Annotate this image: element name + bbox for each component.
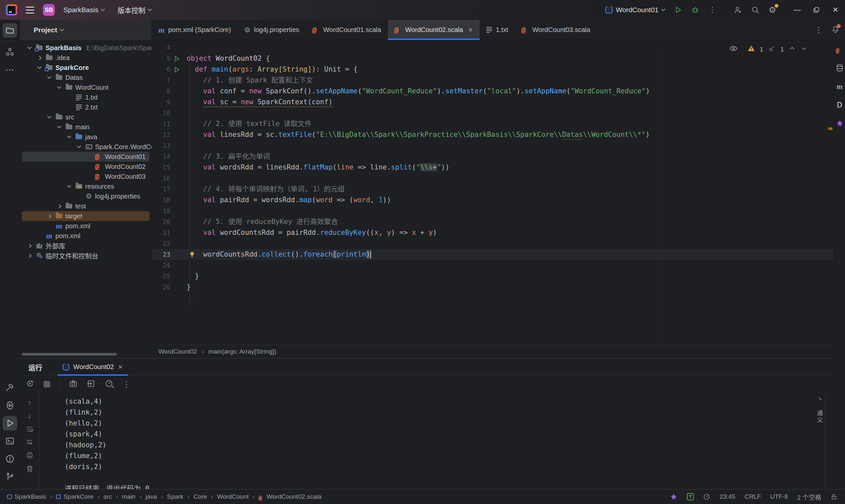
ai-plugin-icon[interactable] (670, 493, 677, 501)
down-stack-icon[interactable]: ↓ (28, 411, 31, 420)
more-tools-button[interactable]: ⋯ (3, 62, 17, 77)
code-line-13[interactable]: 13 (152, 140, 833, 151)
chevron-right-icon[interactable] (57, 204, 61, 209)
code-line-23[interactable]: 23 wordCountsRdd.collect().foreach(print… (152, 249, 833, 260)
breadcrumb-item[interactable]: WordCount02 (158, 348, 197, 355)
close-icon[interactable]: ✕ (118, 363, 123, 371)
run-tool-title[interactable]: 运行 (20, 362, 51, 372)
tree-item-wordcount03[interactable]: @WordCount03 (22, 172, 149, 181)
code-line-11[interactable]: 11 // 2. 使用 textFile 读取文件 (152, 119, 833, 129)
tree-item-spark.core.wordcount[interactable]: Spark.Core.WordCount (22, 142, 149, 152)
tab-wordcount03-scala[interactable]: @WordCount03.scala (515, 20, 597, 40)
tab-pom-xml-sparkcore-[interactable]: mpom.xml (SparkCore) (152, 20, 237, 40)
chevron-right-icon[interactable] (47, 214, 52, 218)
print-icon[interactable] (26, 451, 34, 460)
tree-item-2.txt[interactable]: 2.txt (22, 102, 149, 112)
statusbar-crumb-java[interactable]: java (145, 493, 157, 500)
maven-tool-button[interactable]: m (834, 77, 845, 96)
code-line-14[interactable]: 14 // 3. 扁平化为单词 (152, 151, 833, 162)
code-line-7[interactable]: 7 // 1. 创建 Spark 配置和上下文 (152, 75, 833, 86)
chevron-down-icon[interactable] (28, 45, 32, 49)
chevron-down-icon[interactable] (77, 144, 81, 148)
tree-item-sparkbasis[interactable]: SparkBasisE:\BigData\Spark\SparkPra (22, 43, 149, 53)
settings-button[interactable]: ⚙ (764, 0, 781, 20)
run-button[interactable] (669, 0, 687, 20)
code-line-21[interactable]: 21 val wordCountsRdd = pairRdd.reduceByK… (152, 227, 833, 238)
chevron-down-icon[interactable] (67, 183, 71, 188)
horizontal-scrollbar[interactable] (22, 353, 117, 356)
code-line-12[interactable]: 12 val linesRdd = sc.textFile("E:\\BigDa… (152, 129, 833, 140)
tree-item-sparkcore[interactable]: SparkCore (22, 63, 149, 73)
run-configuration-selector[interactable]: WordCount01 (601, 6, 669, 14)
code-line-6[interactable]: 6 def main(args: Array[String]): Unit = … (152, 64, 833, 75)
soft-wrap-icon[interactable] (26, 425, 34, 434)
minimize-button[interactable]: — (788, 0, 807, 20)
tree-item-1.txt[interactable]: 1.txt (22, 92, 149, 102)
tree-item-wordcount01[interactable]: @WordCount01 (22, 152, 149, 162)
structure-tool-button[interactable] (3, 44, 17, 59)
statusbar-crumb-src[interactable]: src (104, 493, 112, 500)
run-tool-button[interactable] (3, 416, 17, 430)
run-tab-wordcount02[interactable]: WordCount02 ✕ (57, 359, 128, 376)
terminal-tool-button[interactable] (3, 434, 17, 448)
code-line-16[interactable]: 16 (152, 173, 833, 184)
rerun-button[interactable] (26, 379, 34, 389)
code-line-24[interactable]: 24 (152, 260, 833, 271)
tab-log4j-properties[interactable]: ⚙log4j.properties (237, 20, 306, 40)
tree-item-datas[interactable]: Datas (22, 73, 149, 83)
statusbar-crumb-core[interactable]: Core (193, 493, 207, 500)
chevron-down-icon[interactable] (57, 85, 61, 89)
open-in-editor-button[interactable] (87, 379, 95, 389)
services-tool-button[interactable] (3, 398, 17, 413)
code-line-19[interactable]: 19 (152, 205, 833, 216)
ai-assistant-tool-button[interactable] (834, 114, 845, 132)
tree-item-target[interactable]: target (22, 211, 149, 221)
git-tool-button[interactable] (3, 469, 17, 484)
project-tool-button[interactable] (3, 23, 17, 38)
chevron-down-icon[interactable] (47, 74, 52, 79)
build-tool-button[interactable] (3, 380, 17, 395)
statusbar-crumb-spark[interactable]: Spark (167, 493, 183, 500)
close-button[interactable]: ✕ (826, 0, 845, 20)
project-panel-header[interactable]: Project (20, 20, 152, 40)
chevron-right-icon[interactable] (28, 244, 32, 248)
line-separator[interactable]: CRLF (745, 493, 761, 500)
tab-wordcount01-scala[interactable]: @WordCount01.scala (306, 20, 388, 40)
caret-position[interactable]: 23:45 (720, 493, 735, 500)
indent-setting[interactable]: 2 个空格 (797, 492, 821, 501)
code-area[interactable]: 45object WordCount02 {6 def main(args: A… (152, 40, 833, 292)
breadcrumb-item[interactable]: main(args: Array[String]) (208, 348, 276, 355)
tree-item-.idea[interactable]: .idea (22, 53, 149, 63)
problems-tool-button[interactable] (3, 452, 17, 466)
tab-wordcount02-scala[interactable]: @WordCount02.scala✕ (388, 20, 480, 40)
debug-button[interactable] (687, 0, 704, 20)
code-line-26[interactable]: 26} (152, 282, 833, 292)
statusbar-crumb-wordcount02.scala[interactable]: @WordCount02.scala (259, 493, 322, 500)
tree-item-wordcount[interactable]: WordCount (22, 83, 149, 92)
code-line-17[interactable]: 17 // 4. 将每个单词映射为（单词, 1）的元组 (152, 184, 833, 195)
profiler-button[interactable] (105, 379, 113, 389)
code-line-20[interactable]: 20 // 5. 使用 reduceByKey 进行高效聚合 (152, 216, 833, 227)
chevron-right-icon[interactable] (28, 254, 32, 258)
more-options-icon[interactable]: ⋮ (122, 380, 130, 389)
code-line-25[interactable]: 25 } (152, 271, 833, 282)
tree-item-pom.xml[interactable]: mpom.xml (22, 221, 149, 231)
tab-1-txt[interactable]: 1.txt (480, 20, 515, 40)
more-run-actions-button[interactable]: ⋮ (704, 0, 721, 20)
console-output[interactable]: (scala,4) (flink,2) (hello,2) (spark,4) … (40, 393, 833, 489)
project-selector[interactable]: SparkBasis (64, 6, 104, 14)
code-line-4[interactable]: 4 (152, 42, 833, 53)
scala-console-tool-button[interactable]: @ (834, 40, 845, 59)
add-user-button[interactable] (729, 0, 746, 20)
ai-side-tab[interactable]: 通义 (815, 410, 824, 424)
code-editor[interactable]: 45object WordCount02 {6 def main(args: A… (152, 40, 833, 345)
chevron-down-icon[interactable] (57, 124, 61, 128)
code-line-8[interactable]: 8 val conf = new SparkConf().setAppName(… (152, 86, 833, 97)
code-line-22[interactable]: 22 (152, 238, 833, 249)
maximize-button[interactable] (807, 0, 826, 20)
tree-item-log4j.properties[interactable]: ⚙log4j.properties (22, 191, 149, 201)
up-stack-icon[interactable]: ↑ (28, 398, 31, 407)
tree-item-wordcount02[interactable]: @WordCount02 (22, 162, 149, 172)
statusbar-crumb-main[interactable]: main (122, 493, 135, 500)
project-badge[interactable]: SB (43, 4, 55, 16)
